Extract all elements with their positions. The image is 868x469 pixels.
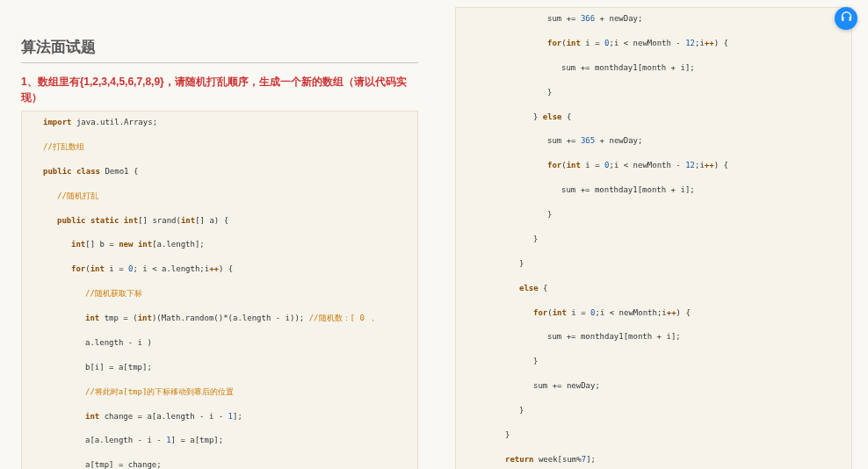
code-block-3: sum += 366 + newDay; for(int i = 0;i < n… <box>455 7 852 469</box>
question-1-head: 1、数组里有{1,2,3,4,5,6,7,8,9}，请随机打乱顺序，生成一个新的… <box>21 74 418 105</box>
headset-icon <box>840 11 853 26</box>
left-column: 算法面试题 1、数组里有{1,2,3,4,5,6,7,8,9}，请随机打乱顺序，… <box>0 0 434 469</box>
page-title: 算法面试题 <box>21 37 418 57</box>
help-button[interactable] <box>835 7 857 30</box>
code-block-1: import java.util.Arrays; //打乱数组 public c… <box>21 111 418 469</box>
title-row: 算法面试题 <box>21 37 418 63</box>
right-column: sum += 366 + newDay; for(int i = 0;i < n… <box>434 0 868 469</box>
